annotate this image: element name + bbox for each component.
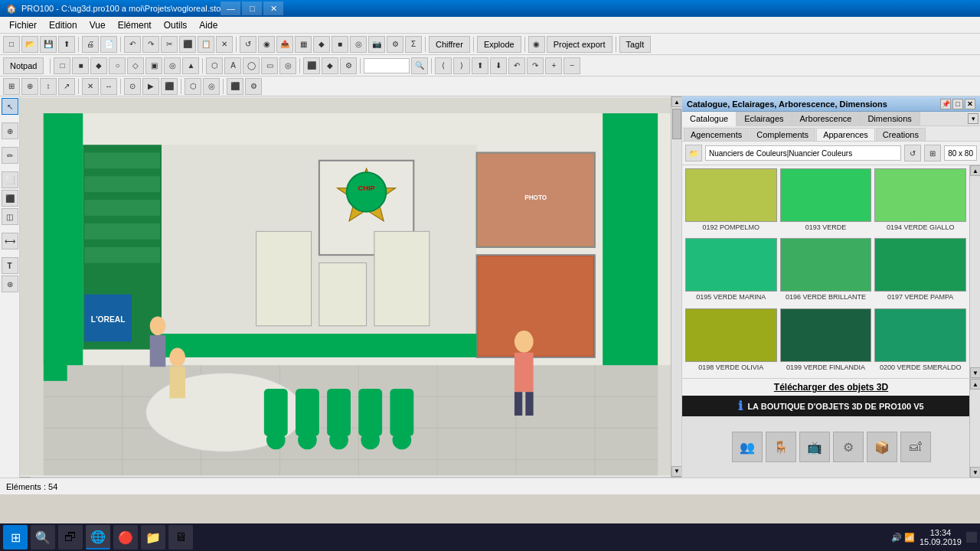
print-preview-button[interactable]: 📄 <box>100 36 117 53</box>
tb2-3[interactable]: ◆ <box>90 57 107 74</box>
nav6[interactable]: ↷ <box>527 57 544 74</box>
tb2-16[interactable]: ⚙ <box>340 57 357 74</box>
search-box[interactable] <box>364 58 410 73</box>
tb3-hex[interactable]: ⬡ <box>185 78 201 95</box>
measure-tool[interactable]: ⟷ <box>2 233 18 249</box>
bottom-scroll-down[interactable]: ▼ <box>970 467 980 478</box>
window-tool[interactable]: ◫ <box>2 208 18 225</box>
tb2-7[interactable]: ◎ <box>164 57 181 74</box>
menu-edition[interactable]: Edition <box>43 18 83 32</box>
settings-button[interactable]: ⚙ <box>387 36 403 53</box>
taskbar-ie[interactable]: 🌐 <box>86 525 110 549</box>
color-view-button[interactable]: ⊞ <box>924 145 941 161</box>
camera-button[interactable]: 📷 <box>368 36 385 53</box>
menu-outils[interactable]: Outils <box>158 18 194 32</box>
show-desktop-button[interactable] <box>966 532 977 543</box>
minimize-button[interactable]: — <box>220 2 240 15</box>
chiffrer-button[interactable]: Chiffrer <box>429 36 470 53</box>
sum-button[interactable]: Σ <box>405 36 422 53</box>
tb3-circle[interactable]: ⊙ <box>124 78 141 95</box>
tb3-fill[interactable]: ⬛ <box>227 78 243 95</box>
tb2-2[interactable]: ■ <box>72 57 89 74</box>
tb3-arrow[interactable]: ↗ <box>58 78 75 95</box>
scroll-left-arrow[interactable]: ◄ <box>20 477 31 478</box>
tb2-5[interactable]: ◇ <box>127 57 144 74</box>
panel-dropdown[interactable]: ▾ <box>968 113 978 124</box>
save-button[interactable]: 💾 <box>40 36 57 53</box>
subtab-complements[interactable]: Complements <box>750 128 815 141</box>
color-item-0196[interactable]: 0196 VERDE BRILLANTE <box>780 238 872 305</box>
tb3-play[interactable]: ▶ <box>142 78 159 95</box>
project-export-button[interactable]: Project export <box>547 36 612 53</box>
tb2-4[interactable]: ○ <box>109 57 126 74</box>
materials-button[interactable]: ■ <box>332 36 348 53</box>
panel-close-button[interactable]: ✕ <box>965 99 975 109</box>
nav8[interactable]: − <box>564 57 580 74</box>
color-item-0194[interactable]: 0194 VERDE GIALLO <box>874 168 966 235</box>
color-item-0192[interactable]: 0192 POMPELMO <box>685 168 777 235</box>
color-dropdown[interactable]: Nuanciers de Couleurs|Nuancier Couleurs <box>705 145 901 161</box>
draw-tool[interactable]: ✏ <box>2 147 18 164</box>
perspective-button[interactable]: ◆ <box>313 36 330 53</box>
menu-vue[interactable]: Vue <box>83 18 112 32</box>
bottom-banner[interactable]: ℹ LA BOUTIQUE D'OBJETS 3D DE PRO100 V5 <box>682 396 980 416</box>
move-tool[interactable]: ⊕ <box>2 122 18 139</box>
subtab-creations[interactable]: Creations <box>876 128 926 141</box>
nav7[interactable]: + <box>545 57 562 74</box>
delete-button[interactable]: ✕ <box>216 36 233 53</box>
wall-tool[interactable]: ⬜ <box>2 171 18 188</box>
bottom-panel-scrollbar[interactable]: ▲ ▼ <box>969 379 980 478</box>
export-button[interactable]: ⬆ <box>58 36 75 53</box>
tb3-settings[interactable]: ◎ <box>203 78 220 95</box>
nav4[interactable]: ⬇ <box>490 57 507 74</box>
tb3-rect[interactable]: ⬛ <box>161 78 178 95</box>
tb3-gear[interactable]: ⚙ <box>245 78 262 95</box>
materials2-button[interactable]: ◎ <box>350 36 367 53</box>
tb2-13[interactable]: ◎ <box>279 57 296 74</box>
menu-fichier[interactable]: Fichier <box>3 18 43 32</box>
taskbar-chrome[interactable]: 🔴 <box>113 525 138 549</box>
nav3[interactable]: ⬆ <box>472 57 488 74</box>
refresh-button[interactable]: ↺ <box>240 36 256 53</box>
tb2-6[interactable]: ▣ <box>145 57 162 74</box>
select-tool[interactable]: ↖ <box>2 98 18 115</box>
tb3-add[interactable]: ⊕ <box>21 78 38 95</box>
color-item-0199[interactable]: 0199 VERDE FINLANDIA <box>780 308 872 375</box>
tb2-12[interactable]: ▭ <box>261 57 278 74</box>
tag-tool[interactable]: ⊛ <box>2 276 18 292</box>
tagit-button[interactable]: TagIt <box>619 36 652 53</box>
color-item-0200[interactable]: 0200 VERDE SMERALDO <box>874 308 966 375</box>
menu-aide[interactable]: Aide <box>193 18 224 32</box>
scroll-up-arrow[interactable]: ▲ <box>671 96 681 107</box>
tb2-10[interactable]: A <box>224 57 241 74</box>
scroll-right-arrow[interactable]: ► <box>671 477 681 478</box>
export3d-button[interactable]: 📤 <box>276 36 293 53</box>
task-view-button[interactable]: 🗗 <box>58 525 83 549</box>
tb3-x[interactable]: ✕ <box>82 78 99 95</box>
color-scroll-up[interactable]: ▲ <box>970 165 980 176</box>
redo-button[interactable]: ↷ <box>142 36 159 53</box>
viewport[interactable]: L'OREAL CHIP <box>20 96 681 477</box>
horizontal-scrollbar[interactable]: ◄ ► <box>20 477 681 478</box>
subtab-apparences[interactable]: Apparences <box>816 128 875 141</box>
tb2-14[interactable]: ⬛ <box>303 57 320 74</box>
new-button[interactable]: □ <box>3 36 20 53</box>
tb3-grid[interactable]: ⊞ <box>3 78 20 95</box>
search-button[interactable]: 🔍 <box>411 57 428 74</box>
scroll-down-arrow[interactable]: ▼ <box>671 466 681 477</box>
nav2[interactable]: ⟩ <box>453 57 470 74</box>
render-button[interactable]: ◉ <box>258 36 275 53</box>
color-item-0193[interactable]: 0193 VERDE <box>780 168 872 235</box>
color-item-0198[interactable]: 0198 VERDE OLIVIA <box>685 308 777 375</box>
text-tool[interactable]: T <box>2 257 18 274</box>
taskbar-app[interactable]: 🖥 <box>168 525 193 549</box>
tab-arborescence[interactable]: Arborescence <box>792 112 861 126</box>
undo-button[interactable]: ↶ <box>124 36 141 53</box>
explode-button[interactable]: Explode <box>477 36 521 53</box>
paste-button[interactable]: 📋 <box>198 36 214 53</box>
print-button[interactable]: 🖨 <box>82 36 99 53</box>
color-item-0197[interactable]: 0197 VERDE PAMPA <box>874 238 966 305</box>
color-scroll-down[interactable]: ▼ <box>970 367 980 378</box>
tb2-9[interactable]: ⬡ <box>206 57 223 74</box>
open-button[interactable]: 📂 <box>21 36 38 53</box>
